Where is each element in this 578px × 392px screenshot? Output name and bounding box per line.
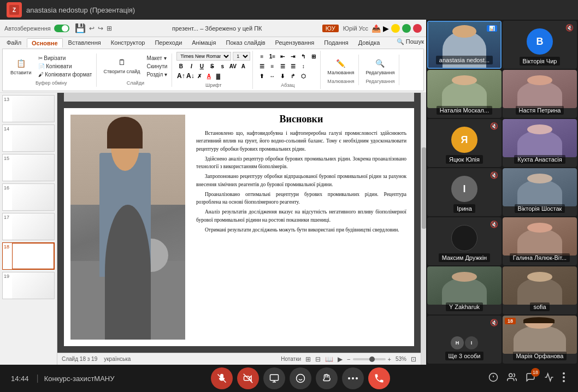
layout-button[interactable]: Макет ▾ [144, 55, 169, 62]
tab-transitions[interactable]: Переходи [150, 38, 186, 47]
shadow-button[interactable]: s [218, 62, 227, 70]
section-button[interactable]: Розділ ▾ [144, 71, 169, 78]
align-center-button[interactable]: ≡ [268, 62, 276, 70]
increase-font-button[interactable]: A↑ [176, 72, 185, 80]
participant-mariya[interactable]: 🔊 18 Марія Орфанова [503, 316, 577, 364]
participant-anastasia[interactable]: 📊 anastasia nedost... [427, 21, 502, 69]
font-size-select[interactable]: 11 [233, 52, 250, 61]
tab-insert[interactable]: Вставлення [64, 38, 105, 47]
tab-slideshow[interactable]: Показ слайдів [222, 38, 270, 47]
autosave-toggle[interactable] [54, 25, 69, 32]
bold-button[interactable]: B [176, 62, 185, 70]
zoom-control[interactable]: − + [347, 356, 391, 363]
valign-top-button[interactable]: ⬆ [257, 72, 266, 80]
slide-thumb-16[interactable]: 16 [2, 183, 55, 211]
activities-button[interactable] [542, 370, 556, 387]
valign-bot-button[interactable]: ⬇ [278, 72, 287, 80]
zoom-level[interactable]: 53% [396, 356, 406, 362]
slide-thumb-18[interactable]: 18 [2, 242, 55, 270]
slide-thumb-19[interactable]: 19 [2, 272, 55, 299]
font-color-button[interactable]: A [239, 62, 247, 70]
numbered-list-button[interactable]: 1≡ [268, 52, 276, 61]
notes-button[interactable]: Нотатки [281, 356, 301, 362]
end-call-button[interactable] [368, 367, 390, 389]
participant-yatsyuk[interactable]: 🔇 Я Яцюк Юлія [427, 119, 502, 167]
participant-nastya[interactable]: 🔇 Настя Петрина [503, 70, 577, 118]
reset-button[interactable]: Скинути [144, 63, 169, 70]
participant-viktoriya-chyr[interactable]: 🔇 В Вікторія Чир [503, 21, 577, 69]
italic-button[interactable]: I [187, 62, 196, 70]
tab-help[interactable]: Довідка [354, 38, 385, 47]
paste-button[interactable]: 📋 Вставити [8, 56, 34, 76]
decrease-indent-button[interactable]: ⇤ [278, 52, 287, 61]
cut-button[interactable]: ✂ Вирізати [36, 55, 95, 62]
participant-viktoriya-shostak[interactable]: 🔇 Вікторія Шостак [503, 168, 577, 216]
slide-thumb-14[interactable]: 14 [2, 124, 55, 152]
slide-panel[interactable]: 13 14 15 16 17 [0, 93, 57, 365]
line-spacing-button[interactable]: ↕ [299, 62, 308, 70]
participant-sofia[interactable]: 🔇 sofia [503, 266, 577, 314]
format-painter-button[interactable]: 🖌 Копіювати формат [36, 71, 95, 78]
screen-share-button[interactable] [263, 367, 285, 389]
emoji-button[interactable] [290, 367, 311, 389]
mute-mic-button[interactable] [211, 367, 233, 389]
scrollbar-thumb[interactable] [422, 147, 426, 229]
tab-animations[interactable]: Анімація [187, 38, 220, 47]
participant-zakharuk[interactable]: 🔇 Y Zakharuk [427, 266, 502, 314]
zoom-slider[interactable] [353, 358, 386, 360]
normal-view-icon[interactable]: ⊞ [305, 355, 311, 363]
slide-thumb-17[interactable]: 17 [2, 213, 55, 240]
raise-hand-button[interactable] [316, 367, 338, 389]
slideshow-icon[interactable]: ▶ [338, 355, 343, 363]
people-button[interactable] [505, 370, 519, 387]
tab-home[interactable]: Основне [27, 38, 63, 47]
strikethrough-button[interactable]: S [208, 62, 216, 70]
participant-others[interactable]: 🔇 H I Ще 3 особи [427, 316, 502, 364]
clear-format-button[interactable]: ✗ [195, 72, 204, 80]
participant-natalia[interactable]: 🔇 Наталія Москал... [427, 70, 502, 118]
minimize-button[interactable] [391, 24, 400, 33]
zoom-in-icon[interactable]: + [388, 356, 391, 363]
fit-window-icon[interactable]: ⊡ [411, 355, 416, 363]
present-icon[interactable]: ▶ [383, 24, 389, 33]
convert-smartart-button[interactable]: ⬡ [299, 72, 308, 80]
toggle-camera-button[interactable] [237, 367, 259, 389]
tab-review[interactable]: Рецензування [271, 38, 319, 47]
zoom-out-icon[interactable]: − [347, 356, 350, 363]
bullet-list-button[interactable]: ≡ [257, 52, 266, 61]
new-slide-button[interactable]: 🗒 Створити слайд [101, 55, 142, 78]
slide-thumb-15[interactable]: 15 [2, 154, 55, 181]
participant-iryna[interactable]: 🔇 І Ірина [427, 168, 502, 216]
chat-button-wrap[interactable]: 18 [523, 370, 538, 387]
close-button[interactable] [413, 24, 422, 33]
slide-sorter-icon[interactable]: ⊟ [315, 355, 321, 363]
redo-icon[interactable]: ↪ [98, 25, 103, 32]
increase-indent-button[interactable]: ⇥ [288, 52, 297, 61]
info-button[interactable] [486, 370, 500, 387]
participant-kukhta[interactable]: 🔇 Кухта Анастасія [503, 119, 577, 167]
slide-canvas[interactable]: Висновки Встановлено що, нафтовидобувна … [64, 108, 414, 346]
rtl-button[interactable]: ↰ [299, 52, 308, 61]
reading-view-icon[interactable]: 📖 [325, 355, 333, 363]
more-right-button[interactable] [561, 370, 567, 387]
text-direction-button[interactable]: ↱ [288, 72, 297, 80]
copy-button[interactable]: 📄 Копіювати [36, 63, 95, 70]
highlight-button[interactable]: ▓ [214, 72, 222, 80]
editing-button[interactable]: 🔍 Редагування [363, 56, 397, 76]
slide-thumb-13[interactable]: 13 [2, 95, 55, 122]
align-left-button[interactable]: ☰ [257, 62, 266, 70]
vertical-scrollbar[interactable] [421, 93, 426, 365]
underline-button[interactable]: U [197, 62, 206, 70]
align-right-button[interactable]: ☰ [278, 62, 287, 70]
share-icon[interactable]: 📤 [371, 24, 381, 33]
more-options-button[interactable] [342, 367, 364, 389]
maximize-button[interactable] [402, 24, 411, 33]
save-icon[interactable]: 💾 [75, 23, 86, 33]
tab-file[interactable]: Файл [2, 38, 26, 47]
search-tab[interactable]: 🔍 Пошук [397, 38, 424, 47]
drawing-button[interactable]: ✏️ Малювання [325, 56, 356, 76]
tab-view[interactable]: Подання [320, 38, 352, 47]
tab-design[interactable]: Конструктор [107, 38, 150, 47]
columns-button[interactable]: ⊞ [309, 52, 318, 61]
valign-mid-button[interactable]: ↔ [268, 72, 276, 80]
